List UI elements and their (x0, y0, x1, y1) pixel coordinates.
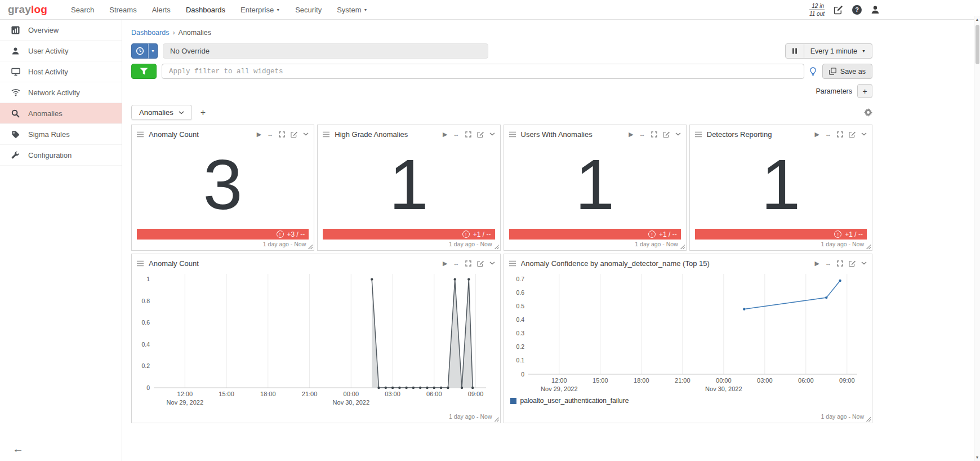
main-nav: Search Streams Alerts Dashboards Enterpr… (71, 6, 367, 14)
svg-text:Nov 29, 2022: Nov 29, 2022 (167, 399, 203, 406)
widget-title: Detectors Reporting (707, 130, 772, 139)
timerange-caret-button[interactable]: ▼ (148, 43, 158, 59)
sidebar-item-network-activity[interactable]: Network Activity (0, 82, 122, 103)
nav-item-dashboards[interactable]: Dashboards (186, 6, 225, 14)
filter-help-button[interactable] (804, 64, 822, 79)
sidebar-item-overview[interactable]: Overview (0, 20, 122, 41)
caret-down-icon: ▼ (151, 49, 155, 53)
edit-widget-icon[interactable] (849, 260, 856, 267)
chevron-down-icon[interactable] (861, 261, 867, 265)
chevron-down-icon[interactable] (675, 132, 681, 136)
drag-handle-icon[interactable] (323, 131, 329, 138)
refresh-interval-dropdown[interactable]: Every 1 minute ▼ (804, 43, 872, 59)
nav-item-security[interactable]: Security (295, 6, 322, 14)
edit-widget-icon[interactable] (291, 131, 297, 138)
move-widget-icon[interactable]: ↔ (639, 131, 645, 138)
question-glyph: ? (855, 6, 859, 13)
filter-button[interactable] (131, 64, 157, 79)
drag-handle-icon[interactable] (509, 131, 516, 138)
funnel-icon (140, 68, 148, 75)
add-parameter-button[interactable]: + (857, 84, 872, 98)
clock-icon (136, 47, 144, 55)
svg-text:09:00: 09:00 (468, 391, 484, 397)
play-widget-icon[interactable]: ▶ (629, 131, 633, 138)
trend-up-icon: ↑ (277, 230, 284, 238)
throughput-indicator[interactable]: 12 in 11 out (809, 2, 825, 17)
svg-text:06:00: 06:00 (426, 391, 442, 397)
widget-anomaly-count-chart: Anomaly Count ▶ ↔ 12:00Nov 29, 202215:00… (131, 254, 501, 423)
nav-item-enterprise[interactable]: Enterprise▼ (240, 6, 280, 14)
edit-content-icon[interactable] (834, 5, 843, 15)
collapse-sidebar-icon[interactable]: ← (12, 442, 24, 455)
tab-anomalies[interactable]: Anomalies (131, 105, 192, 120)
nav-item-system[interactable]: System▼ (337, 6, 367, 14)
chevron-down-icon[interactable] (303, 132, 309, 136)
scroll-down-icon[interactable]: ▼ (974, 455, 980, 459)
graylog-logo[interactable]: graylog (8, 3, 47, 16)
vertical-scrollbar[interactable]: ▲ ▼ (974, 16, 980, 461)
sidebar-item-label: Host Activity (28, 68, 68, 76)
expand-widget-icon[interactable] (279, 131, 285, 138)
expand-widget-icon[interactable] (465, 131, 471, 138)
move-widget-icon[interactable]: ↔ (453, 260, 460, 267)
svg-text:Nov 30, 2022: Nov 30, 2022 (333, 399, 369, 406)
edit-widget-icon[interactable] (477, 131, 484, 138)
plus-icon: + (862, 87, 867, 96)
drag-handle-icon[interactable] (509, 260, 516, 267)
main-content: Dashboards›Anomalies ▼ Every 1 minute ▼ (122, 20, 881, 461)
wrench-icon (11, 151, 20, 159)
edit-widget-icon[interactable] (849, 131, 856, 138)
sidebar-item-anomalies[interactable]: Anomalies (0, 103, 122, 124)
lightbulb-icon (809, 67, 817, 76)
expand-widget-icon[interactable] (837, 131, 843, 138)
play-widget-icon[interactable]: ▶ (257, 131, 261, 138)
nav-item-streams[interactable]: Streams (109, 6, 136, 14)
play-widget-icon[interactable]: ▶ (815, 260, 819, 267)
help-icon[interactable]: ? (852, 5, 862, 15)
play-widget-icon[interactable]: ▶ (815, 131, 819, 138)
move-widget-icon[interactable]: ↔ (453, 131, 460, 138)
play-widget-icon[interactable]: ▶ (443, 260, 447, 267)
move-widget-icon[interactable]: ↔ (825, 131, 831, 138)
chevron-down-icon[interactable] (489, 261, 495, 265)
scrollbar-thumb[interactable] (975, 25, 979, 64)
svg-text:0.5: 0.5 (516, 303, 524, 309)
drag-handle-icon[interactable] (137, 131, 144, 138)
move-widget-icon[interactable]: ↔ (267, 131, 273, 138)
add-tab-button[interactable]: + (201, 108, 206, 118)
chevron-down-icon[interactable] (489, 132, 495, 136)
sidebar-item-label: User Activity (28, 47, 69, 55)
time-override-input[interactable] (163, 43, 488, 59)
expand-widget-icon[interactable] (465, 260, 471, 267)
save-as-button[interactable]: Save as (822, 64, 872, 79)
user-menu-icon[interactable] (871, 5, 880, 14)
widget-users-with-anomalies: Users With Anomalies ▶ ↔ 1 ↑ +1 / -- 1 d… (504, 125, 687, 251)
timerange-button[interactable] (131, 43, 148, 59)
widget-row-2: Anomaly Count ▶ ↔ 12:00Nov 29, 202215:00… (131, 254, 872, 423)
svg-text:09:00: 09:00 (839, 377, 855, 384)
wifi-icon (11, 88, 20, 96)
sidebar-item-host-activity[interactable]: Host Activity (0, 61, 122, 82)
dashboard-settings-gear-icon[interactable] (864, 108, 872, 117)
breadcrumb-dashboards-link[interactable]: Dashboards (131, 29, 169, 37)
sidebar-item-label: Configuration (28, 151, 72, 159)
expand-widget-icon[interactable] (837, 260, 843, 267)
scroll-up-icon[interactable]: ▲ (974, 17, 980, 21)
chevron-down-icon[interactable] (861, 132, 867, 136)
sidebar-item-user-activity[interactable]: User Activity (0, 41, 122, 61)
edit-widget-icon[interactable] (477, 260, 484, 267)
expand-widget-icon[interactable] (651, 131, 657, 138)
drag-handle-icon[interactable] (137, 260, 144, 267)
pause-refresh-button[interactable] (785, 43, 804, 59)
nav-item-search[interactable]: Search (71, 6, 94, 14)
edit-widget-icon[interactable] (663, 131, 670, 138)
sidebar-item-sigma-rules[interactable]: Sigma Rules (0, 124, 122, 145)
move-widget-icon[interactable]: ↔ (825, 260, 831, 267)
nav-item-alerts[interactable]: Alerts (152, 6, 171, 14)
sidebar-item-configuration[interactable]: Configuration (0, 145, 122, 166)
widget-value: 1 (509, 140, 681, 229)
drag-handle-icon[interactable] (695, 131, 702, 138)
svg-text:00:00: 00:00 (716, 377, 732, 384)
play-widget-icon[interactable]: ▶ (443, 131, 447, 138)
widget-filter-input[interactable] (162, 64, 804, 79)
